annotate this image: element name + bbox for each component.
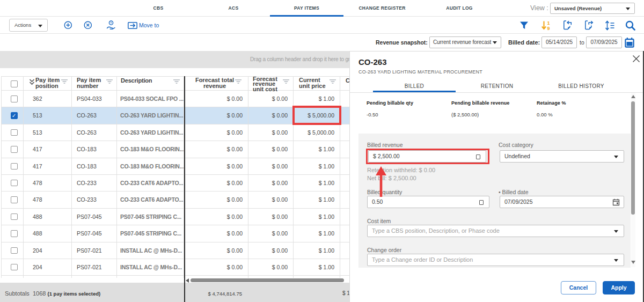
svg-text:1: 1: [547, 20, 550, 26]
svg-text:9: 9: [547, 26, 550, 31]
